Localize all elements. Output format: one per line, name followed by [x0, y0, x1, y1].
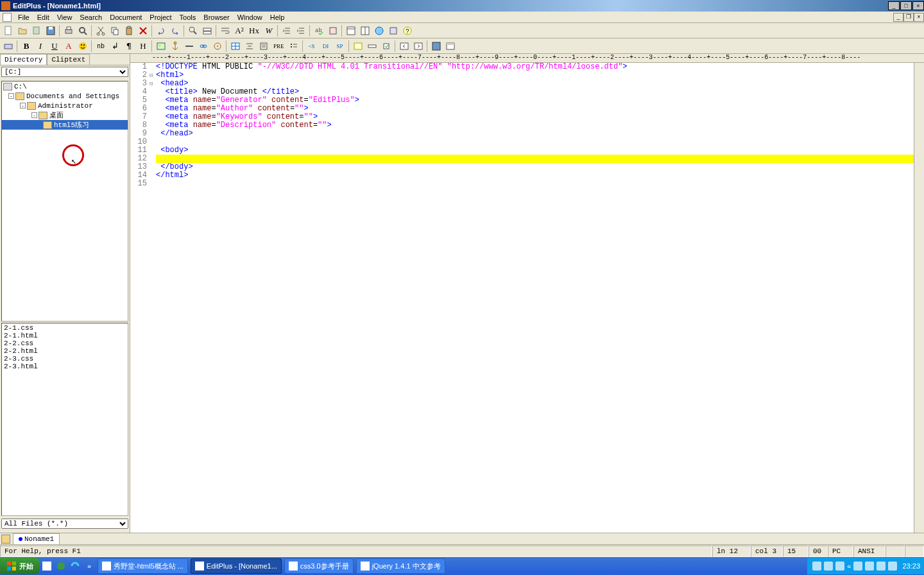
wordwrap-toggle[interactable]: W: [262, 24, 275, 37]
pre-button[interactable]: PRE: [271, 40, 286, 53]
menu-search[interactable]: Search: [76, 12, 106, 22]
taskbar-item[interactable]: css3.0参考手册: [284, 558, 354, 574]
italic-button[interactable]: I: [34, 40, 47, 53]
close-button[interactable]: ×: [912, 1, 924, 10]
code-line[interactable]: <meta name="Description" content="">: [156, 121, 924, 130]
file-item[interactable]: 2-1.css: [3, 324, 127, 332]
checkbox-button[interactable]: [380, 40, 393, 53]
copy-button[interactable]: [108, 24, 121, 37]
list-button[interactable]: [287, 40, 300, 53]
tree-toggle-icon[interactable]: -: [31, 112, 37, 118]
indent-button[interactable]: [280, 24, 293, 37]
code-line[interactable]: <!DOCTYPE HTML PUBLIC "-//W3C//DTD HTML …: [156, 63, 924, 71]
outdent-button[interactable]: [295, 24, 307, 37]
wordwrap-button[interactable]: [219, 24, 232, 37]
nbsp-button[interactable]: nb: [94, 40, 107, 53]
print-button[interactable]: [62, 24, 75, 37]
tree-toggle-icon[interactable]: -: [20, 103, 26, 108]
spell-button[interactable]: ab: [312, 24, 325, 37]
anchor-button[interactable]: [169, 40, 182, 53]
directory-tree[interactable]: C:\-Documents and Settings-Administrator…: [1, 81, 128, 322]
tree-toggle-icon[interactable]: -: [8, 93, 14, 99]
file-item[interactable]: 2-1.html: [3, 332, 127, 339]
hr-button[interactable]: [183, 40, 196, 53]
file-item[interactable]: 2-3.css: [3, 355, 127, 363]
replace-button[interactable]: [201, 24, 214, 37]
font-button[interactable]: A: [62, 40, 75, 53]
redo-button[interactable]: [169, 24, 182, 37]
table-button[interactable]: [229, 40, 242, 53]
tray-icon-3[interactable]: [835, 562, 844, 571]
document-tab[interactable]: Noname1: [13, 533, 60, 545]
code-line[interactable]: [156, 138, 924, 146]
block-button[interactable]: [257, 40, 270, 53]
file-filter-select[interactable]: All Files (*.*): [1, 519, 128, 529]
preview-button[interactable]: [76, 24, 89, 37]
open-button[interactable]: [16, 24, 29, 37]
code-line[interactable]: <body>: [156, 146, 924, 155]
mdi-close[interactable]: ×: [914, 13, 924, 22]
quicklaunch-1[interactable]: [40, 560, 53, 572]
find-button[interactable]: [187, 24, 200, 37]
sidebar-tab-directory[interactable]: Directory: [0, 54, 47, 65]
taskbar-item[interactable]: jQuery 1.4.1 中文参考: [356, 558, 445, 574]
minimize-button[interactable]: _: [888, 1, 900, 10]
div-button[interactable]: DI: [320, 40, 332, 53]
smiley-button[interactable]: [76, 40, 89, 53]
hex-button[interactable]: Hx: [247, 24, 261, 37]
tray-icon-1[interactable]: [812, 562, 821, 571]
menu-document[interactable]: Document: [106, 12, 146, 22]
target-button[interactable]: [211, 40, 224, 53]
tray-icon-6[interactable]: [877, 562, 886, 571]
bold-button[interactable]: B: [20, 40, 33, 53]
mdi-restore[interactable]: ❐: [903, 13, 914, 22]
save2-button[interactable]: [430, 40, 443, 53]
paste-button[interactable]: [123, 24, 135, 37]
menu-help[interactable]: Help: [266, 12, 289, 22]
center-button[interactable]: [243, 40, 256, 53]
file-item[interactable]: 2-2.html: [3, 347, 127, 355]
menu-file[interactable]: File: [14, 12, 33, 22]
paragraph-button[interactable]: ¶: [123, 40, 135, 53]
tree-item[interactable]: html5练习: [2, 120, 128, 130]
clock[interactable]: 23:23: [902, 562, 920, 570]
link-button[interactable]: [197, 40, 210, 53]
nav-fwd-button[interactable]: [412, 40, 425, 53]
menu-edit[interactable]: Edit: [33, 12, 53, 22]
taskbar-item[interactable]: EditPlus - [Noname1...: [191, 558, 282, 574]
file-item[interactable]: 2-3.html: [3, 363, 127, 370]
new-file-button[interactable]: [2, 24, 15, 37]
heading-button[interactable]: H: [137, 40, 150, 53]
span-button[interactable]: SP: [334, 40, 346, 53]
quicklaunch-ie[interactable]: [69, 560, 81, 572]
vertical-scrollbar[interactable]: [914, 63, 924, 533]
template-button[interactable]: [30, 24, 43, 37]
undo-button[interactable]: [155, 24, 167, 37]
tool1-button[interactable]: [327, 24, 339, 37]
font-size-button[interactable]: A²: [233, 24, 246, 37]
code-editor[interactable]: 123456789101112131415 ⊟⊟ <!DOCTYPE HTML …: [130, 63, 924, 533]
taskbar-item[interactable]: 秀野堂-html5概念站 ...: [98, 558, 188, 574]
tray-icon-4[interactable]: [853, 562, 862, 571]
split-button[interactable]: [359, 24, 372, 37]
script-button[interactable]: <S: [305, 40, 318, 53]
browser-button[interactable]: [373, 24, 386, 37]
input-button[interactable]: [366, 40, 379, 53]
quicklaunch-2[interactable]: [55, 560, 67, 572]
code-line[interactable]: </head>: [156, 130, 924, 138]
delete-button[interactable]: [137, 24, 150, 37]
tray-icon-5[interactable]: [865, 562, 874, 571]
tree-item[interactable]: -Administrator: [2, 101, 128, 110]
image-button[interactable]: [155, 40, 167, 53]
tree-item[interactable]: C:\: [2, 82, 128, 91]
window-button[interactable]: [345, 24, 357, 37]
menu-view[interactable]: View: [53, 12, 76, 22]
tray-icon-2[interactable]: [824, 562, 833, 571]
form-button[interactable]: [352, 40, 364, 53]
cut-button[interactable]: [94, 24, 107, 37]
quicklaunch-more[interactable]: »: [83, 560, 96, 572]
tool2-button[interactable]: [387, 24, 400, 37]
tree-item[interactable]: -Documents and Settings: [2, 91, 128, 101]
drive-select[interactable]: [C:]: [1, 67, 128, 77]
menu-browser[interactable]: Browser: [200, 12, 233, 22]
